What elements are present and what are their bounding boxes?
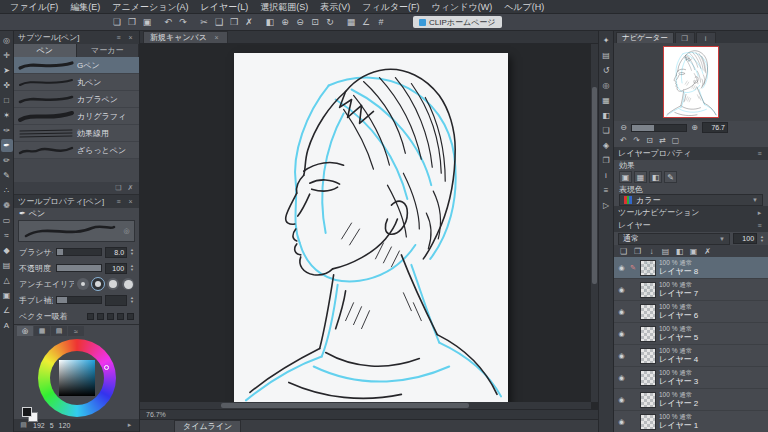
tone-effect-icon[interactable]: ▦ (634, 171, 647, 183)
menu-filter[interactable]: フィルター(F) (356, 0, 425, 14)
nav-fit-icon[interactable]: ⊡ (644, 135, 655, 146)
color-menu-icon[interactable]: ▤ (19, 421, 28, 429)
info-icon[interactable]: i (600, 169, 612, 182)
canvas-vertical-scrollbar[interactable] (591, 44, 598, 402)
subtool-item-calligraphy[interactable]: カリグラフィ (14, 108, 139, 125)
eraser-tool-icon[interactable]: ▭ (1, 214, 13, 227)
navigator-tab[interactable]: ナビゲーター (616, 32, 674, 43)
nav-flip-icon[interactable]: ⇄ (657, 135, 668, 146)
blend-mode-combo[interactable]: 通常 ▼ (618, 233, 730, 245)
brush-size-stepper[interactable]: ▲▼ (130, 248, 134, 256)
layer-visible-icon[interactable]: ◉ (617, 396, 626, 404)
navigator-view-frame[interactable] (663, 46, 719, 118)
info-tab[interactable]: i (696, 32, 716, 43)
clip-home-button[interactable]: CLIPホームページ (413, 16, 502, 28)
navigator-panel-icon[interactable]: ◈ (600, 139, 612, 152)
subtool-item-effectline[interactable]: 効果線用 (14, 125, 139, 142)
layer-visible-icon[interactable]: ◉ (617, 286, 626, 294)
vector-snap-level-5[interactable] (127, 313, 134, 320)
panel-close-icon[interactable]: × (126, 34, 135, 41)
menu-window[interactable]: ウィンドウ(W) (426, 0, 499, 14)
layer-visible-icon[interactable]: ◉ (617, 352, 626, 360)
menu-view[interactable]: 表示(V) (314, 0, 356, 14)
color-wheel-icon[interactable]: ◎ (600, 79, 612, 92)
layer-move-tool-icon[interactable]: ✜ (1, 79, 13, 92)
draft-effect-icon[interactable]: ✎ (664, 171, 677, 183)
panel-menu-icon[interactable]: ≡ (755, 150, 764, 157)
nav-reset-icon[interactable]: ▢ (670, 135, 681, 146)
new-subtool-icon[interactable]: ❏ (114, 184, 123, 192)
opacity-value[interactable]: 100 (105, 263, 127, 274)
lock-icon[interactable]: ▣ (688, 247, 699, 256)
layer-row[interactable]: ◉ 100 % 通常レイヤー 6 (614, 301, 768, 323)
subview-tab[interactable]: ❐ (675, 32, 695, 43)
layer-visible-icon[interactable]: ◉ (617, 418, 626, 426)
antialias-none-button[interactable] (77, 278, 89, 290)
panel-expand-icon[interactable]: ▸ (755, 209, 764, 217)
layer-opacity-stepper[interactable]: ▲▼ (760, 235, 764, 243)
snap-special-icon[interactable]: # (374, 15, 388, 29)
nav-rotate-left-icon[interactable]: ↶ (618, 135, 629, 146)
timeline-icon[interactable]: ≡ (600, 184, 612, 197)
antialias-weak-button[interactable] (92, 278, 104, 290)
layer-visible-icon[interactable]: ◉ (617, 308, 626, 316)
delete-icon[interactable]: ✗ (242, 15, 256, 29)
layer-property-header[interactable]: レイヤープロパティ ≡ (614, 147, 768, 160)
color-expand-icon[interactable]: ▸ (125, 421, 134, 429)
color-set-icon[interactable]: ▦ (600, 94, 612, 107)
cut-icon[interactable]: ✂ (197, 15, 211, 29)
vector-snap-level-4[interactable] (117, 313, 124, 320)
opacity-stepper[interactable]: ▲▼ (130, 264, 134, 272)
foreground-color-swatch[interactable] (22, 407, 32, 417)
brush-tool-icon[interactable]: ✎ (1, 169, 13, 182)
border-effect-icon[interactable]: ▣ (619, 171, 632, 183)
brush-size-slider[interactable] (56, 248, 102, 256)
nav-zoom-value[interactable]: 76.7 (702, 122, 728, 133)
antialias-strong-button[interactable] (122, 278, 134, 290)
hue-ring[interactable] (38, 339, 116, 417)
delete-layer-icon[interactable]: ✗ (702, 247, 713, 256)
fit-view-icon[interactable]: ⊡ (308, 15, 322, 29)
panel-menu-icon[interactable]: ≡ (114, 34, 123, 41)
layer-row[interactable]: ◉ 100 % 通常レイヤー 1 (614, 411, 768, 432)
history-icon[interactable]: ↺ (600, 64, 612, 77)
grid-icon[interactable]: ▦ (344, 15, 358, 29)
stabilize-value[interactable] (105, 295, 127, 306)
tool-property-header[interactable]: ツールプロパティ[ペン] ≡ × (14, 195, 139, 208)
ruler-tool-icon[interactable]: ∠ (1, 304, 13, 317)
transfer-layer-icon[interactable]: ↓ (646, 247, 657, 256)
layer-row[interactable]: ◉ 100 % 通常レイヤー 2 (614, 389, 768, 411)
color-set-tab[interactable]: ▦ (34, 326, 50, 336)
saturation-value-square[interactable] (59, 360, 95, 396)
panel-menu-icon[interactable]: ≡ (755, 222, 764, 229)
blend-tool-icon[interactable]: ≈ (1, 229, 13, 242)
panel-menu-icon[interactable]: ≡ (114, 198, 123, 205)
subtool-item-marupen[interactable]: 丸ペン (14, 74, 139, 91)
zoom-out-icon[interactable]: ⊖ (293, 15, 307, 29)
airbrush-tool-icon[interactable]: ∴ (1, 184, 13, 197)
canvas-horizontal-scrollbar[interactable] (140, 402, 591, 409)
move-tool-icon[interactable]: ✛ (1, 49, 13, 62)
nav-rotate-right-icon[interactable]: ↷ (631, 135, 642, 146)
brush-size-value[interactable]: 8.0 (105, 247, 127, 258)
mask-icon[interactable]: ◧ (674, 247, 685, 256)
text-tool-icon[interactable]: A (1, 319, 13, 332)
quick-access-icon[interactable]: ✦ (600, 34, 612, 47)
layer-color-effect-icon[interactable]: ◧ (649, 171, 662, 183)
zoom-tool-icon[interactable]: ◎ (1, 34, 13, 47)
zoom-in-icon[interactable]: ⊕ (278, 15, 292, 29)
layer-opacity-value[interactable]: 100 (733, 233, 757, 244)
frame-tool-icon[interactable]: ▣ (1, 289, 13, 302)
menu-file[interactable]: ファイル(F) (4, 0, 64, 14)
fill-tool-icon[interactable]: ◆ (1, 244, 13, 257)
expression-color-combo[interactable]: カラー ▼ (619, 194, 763, 206)
subtool-tab-pen[interactable]: ペン (14, 44, 77, 57)
auto-select-tool-icon[interactable]: ✶ (1, 109, 13, 122)
preview-zoom-icon[interactable]: ◎ (122, 227, 131, 235)
menu-layer[interactable]: レイヤー(L) (195, 0, 255, 14)
redo-icon[interactable]: ↷ (176, 15, 190, 29)
swatch-icon[interactable]: ◧ (600, 109, 612, 122)
navigator-preview-area[interactable] (614, 43, 768, 121)
layer-visible-icon[interactable]: ◉ (617, 264, 626, 272)
layer-visible-icon[interactable]: ◉ (617, 330, 626, 338)
